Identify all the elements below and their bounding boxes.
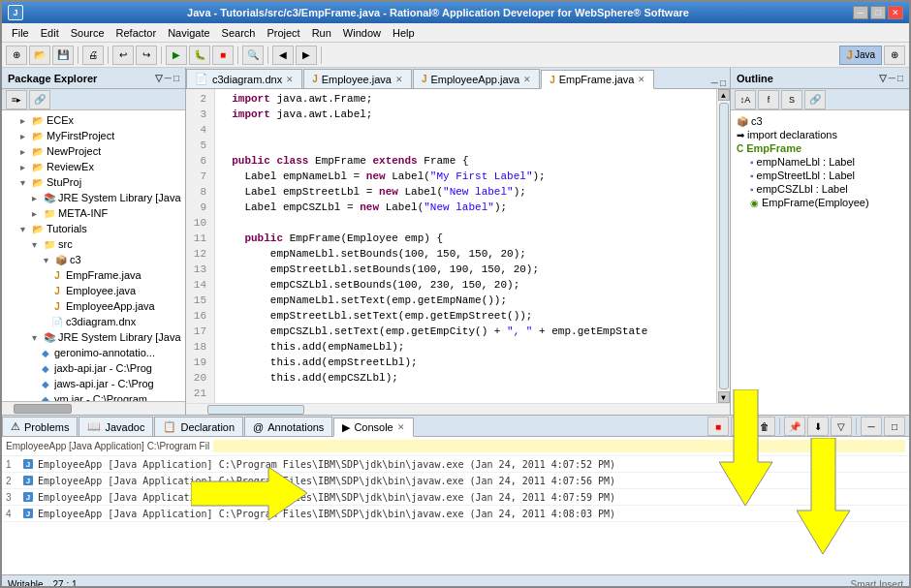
editor-max-icon[interactable]: □ (720, 77, 726, 88)
search-button[interactable]: 🔍 (242, 46, 264, 65)
tree-node-src[interactable]: ▾ 📁 src (2, 236, 185, 252)
menu-project[interactable]: Project (261, 25, 305, 41)
console-log-1[interactable]: 1 J EmployeeApp [Java Application] C:\Pr… (2, 456, 909, 473)
outline-hide-fields-btn[interactable]: f (758, 90, 779, 109)
tree-node-jre-system[interactable]: ▸ 📚 JRE System Library [Java (2, 190, 185, 205)
outline-imports[interactable]: ➡ import declarations (735, 128, 905, 141)
console-input-field[interactable] (213, 440, 905, 452)
tree-node-jaxb[interactable]: ◆ jaxb-api.jar - C:\Prog (2, 360, 185, 376)
scroll-thumb[interactable] (719, 103, 729, 389)
close-button[interactable]: ✕ (888, 6, 903, 19)
menu-search[interactable]: Search (216, 25, 262, 41)
tree-node-ecex[interactable]: ▸ 📂 ECEx (2, 112, 185, 128)
menu-source[interactable]: Source (65, 25, 110, 41)
tree-node-tutorials[interactable]: ▾ 📂 Tutorials (2, 221, 185, 236)
outline-hide-static-btn[interactable]: S (781, 90, 802, 109)
outline-constructor[interactable]: ◉ EmpFrame(Employee) (735, 196, 905, 209)
outline-menu-icon[interactable]: ▽ (879, 73, 887, 83)
pkg-explorer-hscroll[interactable] (2, 401, 185, 415)
redo-button[interactable]: ↪ (136, 46, 157, 65)
panel-menu-icon[interactable]: ▽ (155, 73, 163, 83)
tree-node-vm[interactable]: ◆ vm.jar - C:\Program (2, 391, 185, 401)
code-editor[interactable]: 2 3 4 5 6 7 8 9 10 11 12 13 14 15 16 17 (186, 89, 730, 403)
stop-button[interactable]: ■ (212, 46, 234, 65)
tree-node-stuproj[interactable]: ▾ 📂 StuProj (2, 174, 185, 190)
tree-node-meta-inf[interactable]: ▸ 📁 META-INF (2, 205, 185, 221)
new-perspective-button[interactable]: ⊕ (884, 46, 905, 65)
outline-min-icon[interactable]: ─ (889, 73, 895, 83)
tree-node-jre-system2[interactable]: ▾ 📚 JRE System Library [Java (2, 329, 185, 345)
console-log-3[interactable]: 3 J EmployeeApp [Java Application] C:\Pr… (2, 489, 909, 506)
outline-empnamelbl[interactable]: ▪ empNameLbl : Label (735, 155, 905, 169)
console-log-2[interactable]: 2 J EmployeeApp [Java Application] C:\Pr… (2, 473, 909, 489)
panel-max-icon[interactable]: □ (173, 73, 179, 83)
tree-node-geronimo[interactable]: ◆ geronimo-annotatio... (2, 345, 185, 360)
editor-hscroll[interactable] (186, 403, 730, 415)
tab-close-c3diagram[interactable]: ✕ (286, 75, 294, 84)
forward-button[interactable]: ▶ (296, 46, 317, 65)
java-perspective[interactable]: J Java (839, 46, 882, 65)
back-button[interactable]: ◀ (272, 46, 294, 65)
tab-declaration[interactable]: 📋 Declaration (154, 417, 243, 436)
tree-node-c3[interactable]: ▾ 📦 c3 (2, 252, 185, 267)
outline-max-icon[interactable]: □ (897, 73, 903, 83)
tab-employeeapp[interactable]: J EmployeeApp.java ✕ (413, 69, 540, 88)
outline-link-btn[interactable]: 🔗 (804, 90, 826, 109)
tab-annotations[interactable]: @ Annotations (244, 417, 332, 436)
outline-empstreetlbl[interactable]: ▪ empStreetLbl : Label (735, 169, 905, 182)
tab-javadoc[interactable]: 📖 Javadoc (79, 417, 153, 436)
run-button[interactable]: ▶ (166, 46, 187, 65)
tree-node-myfirstproject[interactable]: ▸ 📂 MyFirstProject (2, 128, 185, 143)
hscroll-thumb[interactable] (14, 404, 72, 414)
menu-file[interactable]: File (6, 25, 35, 41)
outline-sort-btn[interactable]: ↕A (735, 90, 756, 109)
tree-node-empframe[interactable]: J EmpFrame.java (2, 267, 185, 283)
tab-close-employeeapp[interactable]: ✕ (523, 75, 531, 84)
tree-node-newproject[interactable]: ▸ 📂 NewProject (2, 143, 185, 159)
outline-empcsz[interactable]: ▪ empCSZLbl : Label (735, 182, 905, 196)
save-button[interactable]: 💾 (52, 46, 74, 65)
print-button[interactable]: 🖨 (82, 46, 104, 65)
console-panel-min[interactable]: ─ (861, 417, 882, 436)
tree-node-employee[interactable]: J Employee.java (2, 283, 185, 298)
code-lines[interactable]: import java.awt.Frame; import java.awt.L… (215, 89, 716, 403)
menu-help[interactable]: Help (387, 25, 421, 41)
menu-window[interactable]: Window (337, 25, 387, 41)
editor-min-icon[interactable]: ─ (711, 77, 718, 88)
menu-edit[interactable]: Edit (35, 25, 65, 41)
console-menu-btn[interactable]: ▽ (831, 417, 852, 436)
tree-node-employeeapp[interactable]: J EmployeeApp.java (2, 298, 185, 314)
debug-button[interactable]: 🐛 (189, 46, 210, 65)
tab-c3diagram[interactable]: 📄 c3diagram.dnx ✕ (186, 69, 302, 88)
link-editor-button[interactable]: 🔗 (29, 90, 50, 109)
tab-empframe[interactable]: J EmpFrame.java ✕ (541, 70, 654, 89)
collapse-all-button[interactable]: ≡▸ (6, 90, 27, 109)
undo-button[interactable]: ↩ (112, 46, 134, 65)
tab-console[interactable]: ▶ Console ✕ (333, 418, 413, 437)
open-button[interactable]: 📂 (29, 46, 50, 65)
minimize-button[interactable]: ─ (853, 6, 868, 19)
tab-close-console[interactable]: ✕ (397, 422, 405, 432)
console-pin-btn[interactable]: 📌 (784, 417, 805, 436)
console-terminate-btn[interactable]: ■ (707, 417, 729, 436)
console-scroll-btn[interactable]: ⬇ (807, 417, 829, 436)
tab-close-empframe[interactable]: ✕ (638, 75, 645, 84)
tree-node-c3diagram[interactable]: 📄 c3diagram.dnx (2, 314, 185, 329)
menu-refactor[interactable]: Refactor (110, 25, 163, 41)
new-button[interactable]: ⊕ (6, 46, 27, 65)
outline-empframe-class[interactable]: C EmpFrame (735, 141, 905, 155)
tree-node-jaws[interactable]: ◆ jaws-api.jar - C:\Prog (2, 376, 185, 391)
menu-navigate[interactable]: Navigate (162, 25, 215, 41)
panel-min-icon[interactable]: ─ (165, 73, 172, 83)
editor-hscroll-thumb[interactable] (207, 405, 304, 415)
console-panel-max[interactable]: □ (884, 417, 905, 436)
outline-c3[interactable]: 📦 c3 (735, 114, 905, 128)
scroll-up-btn[interactable]: ▲ (718, 89, 730, 101)
tree-node-reviewex[interactable]: ▸ 📂 ReviewEx (2, 159, 185, 174)
console-clear-btn[interactable]: 🗑 (754, 417, 775, 436)
console-remove-btn[interactable]: ✕ (731, 417, 752, 436)
package-tree[interactable]: ▸ 📂 ECEx ▸ 📂 MyFirstProject ▸ 📂 NewProje… (2, 110, 185, 401)
menu-run[interactable]: Run (306, 25, 337, 41)
scroll-down-btn[interactable]: ▼ (718, 391, 730, 403)
maximize-button[interactable]: □ (870, 6, 886, 19)
